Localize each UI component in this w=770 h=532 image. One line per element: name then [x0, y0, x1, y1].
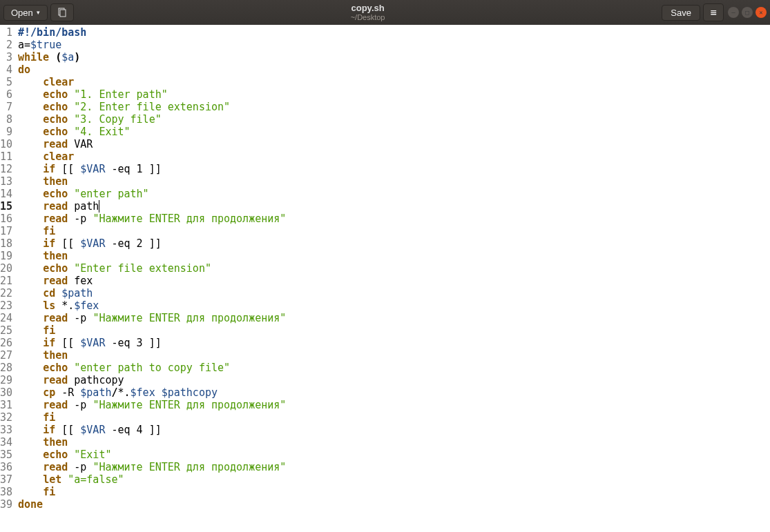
code-line[interactable]: cp -R $path/*.$fex $pathcopy	[18, 386, 770, 399]
line-number: 8	[0, 113, 12, 126]
line-number: 27	[0, 349, 12, 362]
hamburger-icon: ≡	[710, 6, 716, 19]
open-label: Open	[11, 8, 33, 18]
line-number: 12	[0, 163, 12, 175]
line-number: 2	[0, 39, 12, 51]
line-number: 28	[0, 362, 12, 374]
code-line[interactable]: ls *.$fex	[18, 299, 770, 312]
code-line[interactable]: read -p "Нажмите ENTER для продолжения"	[18, 213, 770, 225]
line-number: 15	[0, 200, 12, 213]
line-number: 22	[0, 287, 12, 299]
line-number: 34	[0, 436, 12, 449]
code-line[interactable]: if [[ $VAR -eq 1 ]]	[18, 163, 770, 175]
window-close-button[interactable]: ✕	[755, 7, 767, 18]
line-number: 20	[0, 262, 12, 275]
code-line[interactable]: then	[18, 175, 770, 188]
code-line[interactable]: done	[18, 498, 770, 511]
line-number: 10	[0, 138, 12, 150]
code-line[interactable]: do	[18, 63, 770, 76]
line-number: 17	[0, 225, 12, 237]
line-number: 1	[0, 26, 12, 39]
window-controls: – □ ✕	[728, 7, 767, 18]
code-line[interactable]: cd $path	[18, 287, 770, 299]
code-line[interactable]: while ($a)	[18, 51, 770, 63]
line-number: 31	[0, 399, 12, 411]
code-line[interactable]: if [[ $VAR -eq 2 ]]	[18, 237, 770, 250]
code-line[interactable]: clear	[18, 150, 770, 163]
code-line[interactable]: echo "1. Enter path"	[18, 88, 770, 101]
code-line[interactable]: fi	[18, 225, 770, 237]
code-line[interactable]: fi	[18, 411, 770, 424]
window-minimize-button[interactable]: –	[728, 7, 739, 18]
code-line[interactable]: then	[18, 250, 770, 262]
line-number: 35	[0, 449, 12, 461]
line-number: 13	[0, 175, 12, 188]
code-line[interactable]: echo "4. Exit"	[18, 126, 770, 138]
code-line[interactable]: if [[ $VAR -eq 4 ]]	[18, 424, 770, 436]
line-number: 7	[0, 101, 12, 113]
file-path: ~/Desktop	[74, 13, 662, 21]
code-line[interactable]: fi	[18, 324, 770, 337]
save-button[interactable]: Save	[662, 5, 700, 21]
code-line[interactable]: read -p "Нажмите ENTER для продолжения"	[18, 312, 770, 324]
code-line[interactable]: read -p "Нажмите ENTER для продолжения"	[18, 399, 770, 411]
line-number: 19	[0, 250, 12, 262]
line-number: 4	[0, 63, 12, 76]
chevron-down-icon: ▾	[37, 9, 40, 16]
code-line[interactable]: if [[ $VAR -eq 3 ]]	[18, 337, 770, 349]
code-line[interactable]: read pathcopy	[18, 374, 770, 386]
window-maximize-button[interactable]: □	[742, 7, 753, 18]
code-line[interactable]: clear	[18, 76, 770, 88]
line-number-gutter: 1234567891011121314151617181920212223242…	[0, 25, 15, 532]
new-document-icon	[57, 7, 68, 18]
line-number: 33	[0, 424, 12, 436]
code-line[interactable]: echo "enter path to copy file"	[18, 362, 770, 374]
code-line[interactable]: echo "enter path"	[18, 188, 770, 200]
line-number: 36	[0, 461, 12, 473]
line-number: 5	[0, 76, 12, 88]
title-block: copy.sh ~/Desktop	[74, 3, 662, 21]
code-line[interactable]: then	[18, 349, 770, 362]
close-icon: ✕	[759, 9, 762, 16]
code-line[interactable]: then	[18, 436, 770, 449]
code-line[interactable]: let "a=false"	[18, 473, 770, 486]
line-number: 30	[0, 386, 12, 399]
code-content[interactable]: #!/bin/basha=$truewhile ($a)do clear ech…	[15, 25, 770, 532]
code-line[interactable]: read VAR	[18, 138, 770, 150]
line-number: 24	[0, 312, 12, 324]
line-number: 9	[0, 126, 12, 138]
line-number: 25	[0, 324, 12, 337]
code-line[interactable]: a=$true	[18, 39, 770, 51]
line-number: 16	[0, 213, 12, 225]
code-line[interactable]: fi	[18, 486, 770, 498]
save-label: Save	[671, 8, 691, 18]
line-number: 14	[0, 188, 12, 200]
line-number: 29	[0, 374, 12, 386]
open-button[interactable]: Open ▾	[3, 5, 48, 21]
line-number: 32	[0, 411, 12, 424]
code-line[interactable]: read -p "Нажмите ENTER для продолжения"	[18, 461, 770, 473]
line-number: 23	[0, 299, 12, 312]
line-number: 38	[0, 486, 12, 498]
line-number: 21	[0, 275, 12, 287]
file-name: copy.sh	[74, 3, 662, 13]
hamburger-menu-button[interactable]: ≡	[703, 3, 724, 21]
line-number: 6	[0, 88, 12, 101]
line-number: 26	[0, 337, 12, 349]
code-line[interactable]: echo "2. Enter file extension"	[18, 101, 770, 113]
line-number: 11	[0, 150, 12, 163]
line-number: 37	[0, 473, 12, 486]
new-document-button[interactable]	[50, 3, 74, 21]
code-line[interactable]: echo "3. Copy file"	[18, 113, 770, 126]
code-line[interactable]: read path	[18, 200, 770, 213]
editor-area[interactable]: 1234567891011121314151617181920212223242…	[0, 25, 770, 532]
line-number: 18	[0, 237, 12, 250]
line-number: 39	[0, 498, 12, 511]
line-number: 3	[0, 51, 12, 63]
header-bar: Open ▾ copy.sh ~/Desktop Save ≡ – □ ✕	[0, 0, 770, 25]
code-line[interactable]: echo "Enter file extension"	[18, 262, 770, 275]
svg-rect-1	[60, 10, 66, 17]
code-line[interactable]: read fex	[18, 275, 770, 287]
code-line[interactable]: #!/bin/bash	[18, 26, 770, 39]
code-line[interactable]: echo "Exit"	[18, 449, 770, 461]
